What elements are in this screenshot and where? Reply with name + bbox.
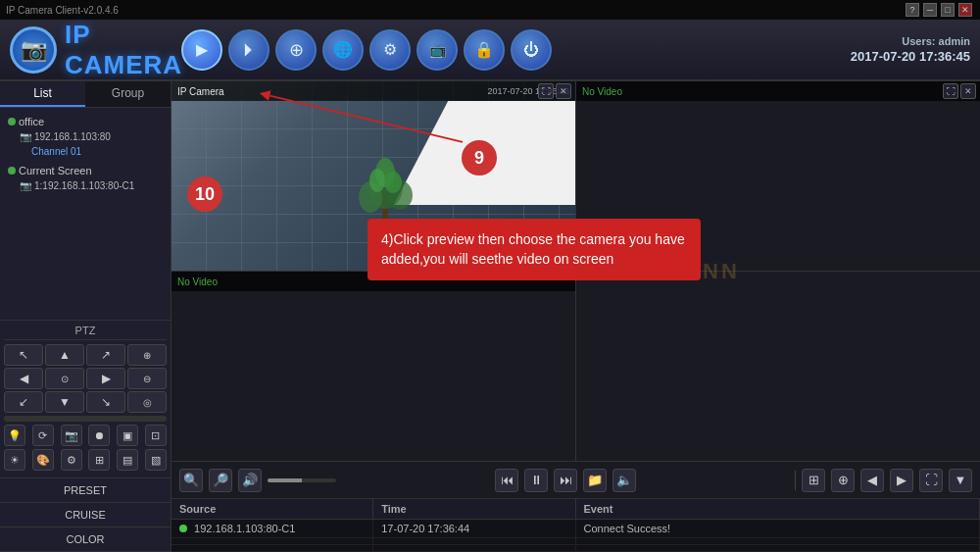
play-pause-btn[interactable]: ⏸ (524, 469, 548, 492)
tree-item-office[interactable]: office (4, 114, 167, 129)
tree-item-ip1[interactable]: 📷 192.168.1.103:80 (4, 129, 167, 144)
cruise-button[interactable]: CRUISE (0, 503, 171, 527)
ptz-btn-downright[interactable]: ↘ (86, 391, 125, 413)
ptz-btn-right[interactable]: ▶ (86, 368, 125, 389)
cell-2-fullscreen[interactable]: ⛶ (943, 83, 958, 99)
search-zoom-in-btn[interactable]: 🔍 (179, 469, 203, 492)
ptz-btn-up[interactable]: ▲ (45, 344, 84, 366)
tooltip-text: 4)Click preview then choose the camera y… (381, 231, 685, 267)
lock-button[interactable]: 🔒 (464, 29, 505, 71)
log-cell-event-3 (576, 545, 981, 551)
next-btn[interactable]: ▶ (890, 469, 913, 492)
title-bar: IP Camera Client-v2.0.4.6 ? ─ □ ✕ (0, 0, 980, 20)
ptz-grid-btn[interactable]: ⊞ (88, 449, 110, 471)
log-header: Source Time Event (172, 499, 980, 520)
ptz-extra2-btn[interactable]: ⊡ (145, 425, 167, 446)
log-cell-time-2 (373, 538, 575, 544)
ptz-gear-btn[interactable]: ⚙ (61, 449, 82, 471)
ptz-sun-btn[interactable]: ☀ (4, 449, 25, 471)
svg-point-5 (369, 169, 385, 192)
more-btn[interactable]: ▼ (949, 469, 972, 492)
cell-2-controls: ⛶ ✕ (943, 83, 976, 99)
tree-label-ch1: Channel 01 (31, 146, 81, 157)
folder-btn[interactable]: 📁 (583, 469, 607, 492)
left-tabs: List Group (0, 81, 171, 108)
log-row-3 (172, 545, 980, 552)
volume-slider[interactable] (268, 478, 336, 482)
ptz-extra1-btn[interactable]: ▣ (117, 425, 138, 446)
prev-frame-btn[interactable]: ⏮ (495, 469, 518, 492)
playback-button[interactable]: ⏵ (228, 29, 270, 71)
video-cell-4[interactable] (576, 272, 980, 461)
grid-btn[interactable]: ⊞ (802, 469, 825, 492)
status-dot-office (8, 118, 16, 125)
right-panel: IP Camera 2017-07-20 17:36:46 ⛶ ✕ 9 10 (172, 81, 980, 552)
ptz-btn-upleft[interactable]: ↖ (4, 344, 43, 366)
device-button[interactable]: 📺 (416, 29, 458, 71)
cell-2-close[interactable]: ✕ (960, 83, 976, 99)
header: 📷 IP CAMERA ▶ ⏵ ⊕ 🌐 ⚙ 📺 🔒 ⏻ Users: admin (0, 20, 980, 81)
ptz-wiper-btn[interactable]: ⟳ (32, 425, 54, 446)
ptz-btn-zoomin[interactable]: ⊕ (127, 344, 167, 366)
ptz-btn-zoomout[interactable]: ⊖ (127, 368, 167, 389)
tree-item-ch1[interactable]: Channel 01 (4, 144, 167, 159)
tree-item-cam1[interactable]: 📷 1:192.168.1.103:80-C1 (4, 178, 167, 193)
log-cell-event-1: Connect Success! (576, 520, 981, 537)
audio-btn[interactable]: 🔈 (612, 469, 636, 492)
network-button[interactable]: 🌐 (322, 29, 364, 71)
ptz-btn-downleft[interactable]: ↙ (4, 391, 43, 413)
prev-btn[interactable]: ◀ (860, 469, 884, 492)
log-cell-time-1: 17-07-20 17:36:44 (373, 520, 575, 537)
color-button[interactable]: COLOR (0, 527, 171, 552)
log-cell-time-3 (373, 545, 575, 551)
camera-icon-2: 📷 (20, 180, 31, 191)
ptz-rec-btn[interactable]: ⏺ (88, 425, 110, 446)
cell-2-title: No Video (582, 86, 622, 97)
tree-item-current-screen[interactable]: Current Screen (4, 163, 167, 178)
settings-button[interactable]: ⚙ (369, 29, 411, 71)
volume-btn[interactable]: 🔊 (238, 469, 262, 492)
ptz-btn-center[interactable]: ⊙ (45, 368, 84, 389)
main-area: List Group office 📷 192.168.1.103:80 Cha… (0, 81, 980, 552)
datetime: 2017-07-20 17:36:45 (851, 49, 970, 64)
log-source-1: 192.168.1.103:80-C1 (194, 523, 295, 534)
tree-label-cam1: 1:192.168.1.103:80-C1 (34, 180, 134, 191)
ptz-button[interactable]: ⊕ (275, 29, 317, 71)
ptz-label: PTZ (4, 325, 167, 340)
log-col-event: Event (576, 499, 981, 519)
status-dot-current (8, 167, 16, 175)
ptz-btn-left[interactable]: ◀ (4, 368, 43, 389)
log-col-time: Time (373, 499, 575, 519)
ptz-color-btn[interactable]: 🎨 (32, 449, 54, 471)
ptz-light-btn[interactable]: 💡 (4, 425, 25, 446)
cell-1-fullscreen[interactable]: ⛶ (538, 83, 554, 99)
cell-1-close[interactable]: ✕ (556, 83, 571, 99)
tree-label-office: office (19, 116, 44, 127)
power-button[interactable]: ⏻ (511, 29, 552, 71)
video-cell-3[interactable]: No Video (172, 272, 575, 461)
datetime-area: Users: admin 2017-07-20 17:36:45 (851, 35, 970, 64)
ptz-speed-slider[interactable] (4, 416, 167, 422)
tree-label-current: Current Screen (19, 165, 92, 176)
users-label: Users: admin (851, 35, 970, 47)
tab-list[interactable]: List (0, 81, 85, 107)
ptz-btn-down[interactable]: ▼ (45, 391, 84, 413)
ptz-btn-focus[interactable]: ◎ (127, 391, 167, 413)
expand-btn[interactable]: ⛶ (919, 469, 943, 492)
next-frame-btn[interactable]: ⏭ (554, 469, 577, 492)
log-area: Source Time Event 192.168.1.103:80-C1 17… (172, 498, 980, 552)
ptz-extra4-btn[interactable]: ▧ (145, 449, 167, 471)
preview-button[interactable]: ▶ (181, 29, 222, 71)
restore-button[interactable]: □ (941, 3, 955, 17)
ptz-snap-btn[interactable]: 📷 (61, 425, 82, 446)
tab-group[interactable]: Group (85, 81, 171, 107)
target-btn[interactable]: ⊕ (831, 469, 855, 492)
log-cell-source-1: 192.168.1.103:80-C1 (172, 520, 373, 537)
help-button[interactable]: ? (906, 3, 919, 17)
preset-button[interactable]: PRESET (0, 478, 171, 503)
minimize-button[interactable]: ─ (923, 3, 937, 17)
close-button[interactable]: ✕ (958, 3, 972, 17)
ptz-extra3-btn[interactable]: ▤ (117, 449, 138, 471)
search-zoom-out-btn[interactable]: 🔎 (209, 469, 232, 492)
ptz-btn-upright[interactable]: ↗ (86, 344, 125, 366)
